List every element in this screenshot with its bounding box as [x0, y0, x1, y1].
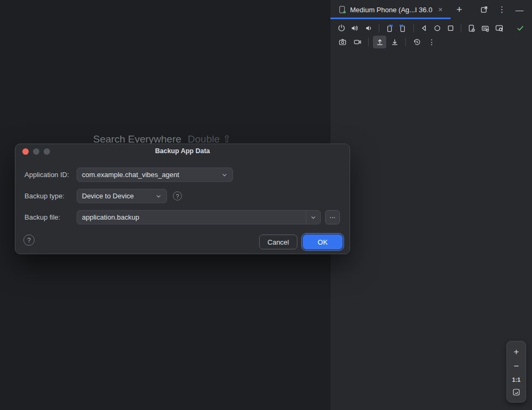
- toolbar-separator: [413, 24, 414, 32]
- backup-app-data-dialog: Backup App Data Application ID: com.exam…: [15, 144, 350, 254]
- zoom-controls: + − 1:1: [506, 341, 526, 403]
- backup-file-label: Backup file:: [24, 213, 60, 221]
- cancel-button[interactable]: Cancel: [259, 235, 297, 249]
- application-id-label: Application ID:: [24, 171, 69, 179]
- toolbar-separator: [405, 38, 406, 46]
- search-everywhere-label: Search Everywhere: [93, 133, 181, 145]
- device-icon: [338, 5, 346, 14]
- device-tab-title: Medium Phone (Ag...I 36.0: [350, 6, 433, 14]
- backup-type-help-icon[interactable]: ?: [173, 191, 182, 200]
- emulator-toolbar-secondary: ⋮: [336, 36, 527, 48]
- new-tab-button[interactable]: +: [453, 4, 466, 15]
- application-id-combobox[interactable]: com.example.chat_vibes_agent: [77, 168, 233, 182]
- fit-to-window-icon[interactable]: [512, 388, 520, 396]
- overview-icon[interactable]: [445, 22, 456, 35]
- keyboard-settings-icon[interactable]: [479, 22, 491, 35]
- rotate-left-icon[interactable]: [384, 22, 395, 35]
- toolbar-more-icon[interactable]: ⋮: [425, 36, 438, 48]
- rotate-right-icon[interactable]: [397, 22, 409, 35]
- active-tab-underline: [330, 18, 451, 19]
- close-tab-icon[interactable]: ×: [436, 5, 445, 14]
- browse-file-button[interactable]: ...: [325, 210, 340, 224]
- ok-button[interactable]: OK: [303, 235, 343, 249]
- backup-type-combobox[interactable]: Device to Device: [77, 189, 167, 203]
- backup-file-combobox[interactable]: application.backup: [77, 210, 321, 224]
- zoom-out-button[interactable]: −: [514, 362, 519, 371]
- screen-record-icon[interactable]: [351, 36, 364, 48]
- screen-search-icon[interactable]: [493, 22, 506, 35]
- volume-down-icon[interactable]: [363, 22, 375, 35]
- toolbar-separator: [461, 24, 461, 32]
- screenshot-camera-icon[interactable]: [336, 36, 349, 48]
- minimize-icon[interactable]: —: [516, 5, 523, 14]
- running-devices-panel: Medium Phone (Ag...I 36.0 × + ⋮ —: [330, 0, 532, 410]
- backup-type-label: Backup type:: [24, 192, 64, 200]
- back-icon[interactable]: [418, 22, 429, 35]
- device-tab-strip: Medium Phone (Ag...I 36.0 × + ⋮ —: [330, 0, 532, 19]
- check-icon[interactable]: [513, 22, 527, 35]
- zoom-ratio-button[interactable]: 1:1: [512, 376, 521, 383]
- chevron-down-icon[interactable]: [306, 211, 320, 224]
- toolbar-separator: [379, 24, 379, 32]
- dialog-title: Backup App Data: [15, 147, 350, 155]
- toolbar-separator: [368, 38, 369, 46]
- zoom-in-button[interactable]: +: [514, 347, 519, 356]
- panel-window-actions: ⋮ —: [480, 5, 532, 14]
- open-in-window-icon[interactable]: [480, 5, 488, 14]
- reset-history-icon[interactable]: [410, 36, 423, 48]
- dialog-help-button[interactable]: ?: [23, 235, 35, 246]
- device-settings-icon[interactable]: [466, 22, 477, 35]
- emulator-toolbar-primary: [336, 22, 527, 35]
- home-icon[interactable]: [431, 22, 443, 35]
- restore-download-icon[interactable]: [388, 36, 401, 48]
- power-icon[interactable]: [336, 22, 347, 35]
- shortcut-hint: Double ⇧: [188, 133, 231, 145]
- volume-up-icon[interactable]: [349, 22, 361, 35]
- backup-upload-icon[interactable]: [373, 36, 386, 48]
- device-tab[interactable]: Medium Phone (Ag...I 36.0 ×: [330, 0, 449, 19]
- chevron-down-icon[interactable]: [155, 193, 162, 199]
- chevron-down-icon[interactable]: [221, 172, 228, 178]
- panel-more-icon[interactable]: ⋮: [498, 5, 506, 14]
